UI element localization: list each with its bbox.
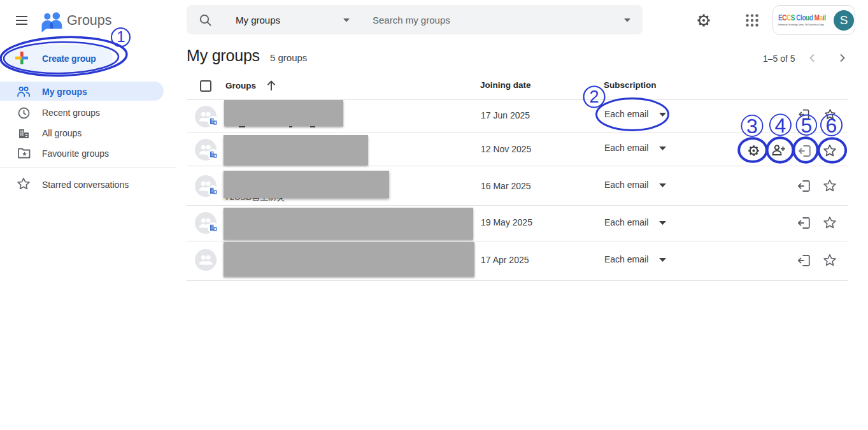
svg-text:5: 5 <box>800 114 812 137</box>
svg-text:3: 3 <box>746 115 758 138</box>
svg-text:4: 4 <box>775 114 786 137</box>
svg-text:6: 6 <box>826 114 837 137</box>
svg-text:2: 2 <box>589 87 599 106</box>
svg-text:1: 1 <box>117 28 125 45</box>
